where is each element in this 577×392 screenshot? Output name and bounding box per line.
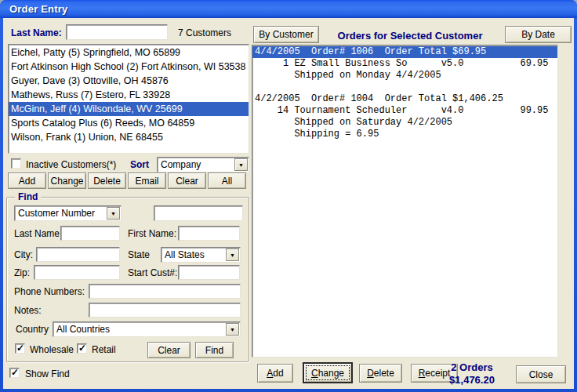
order-line[interactable]: Shipping = 6.95 — [252, 129, 557, 140]
customer-add-button[interactable]: Add — [8, 172, 46, 189]
find-last-name-input[interactable] — [60, 226, 120, 241]
title-bar[interactable]: Order Entry — [0, 0, 577, 18]
chevron-down-icon[interactable] — [226, 249, 239, 261]
order-line-selected[interactable]: 4/4/2005 Order# 1006 Order Total $69.95 — [252, 46, 557, 58]
customer-row[interactable]: Guyer, Dave (3) Ottoville, OH 45876 — [9, 74, 249, 88]
order-line[interactable]: 1 EZ Small Business So v5.0 69.95 — [252, 58, 557, 70]
find-state-label: State — [128, 249, 150, 260]
close-button[interactable]: Close — [516, 365, 566, 383]
sort-value: Company — [161, 159, 233, 170]
customer-row[interactable]: Sports Catalog Plus (6) Reeds, MO 64859 — [9, 116, 249, 130]
find-city-input[interactable] — [36, 247, 120, 262]
find-country-combobox[interactable]: All Countries — [53, 321, 241, 337]
find-city-label: City: — [14, 249, 33, 260]
find-notes-label: Notes: — [14, 305, 42, 316]
sort-combobox[interactable]: Company — [157, 157, 249, 172]
order-line[interactable]: 14 Tournament Scheduler v4.0 99.95 — [252, 105, 557, 117]
find-search-type-value: Customer Number — [18, 208, 105, 219]
orders-by-date-button[interactable]: By Date — [505, 26, 572, 43]
show-find-checkbox[interactable] — [9, 368, 20, 378]
find-state-value: All States — [165, 249, 224, 260]
customer-row[interactable]: Wilson, Frank (1) Union, NE 68455 — [9, 130, 249, 144]
orders-count: 2 Orders — [433, 361, 511, 374]
order-delete-button[interactable]: Delete — [359, 364, 402, 383]
customer-count: 7 Customers — [178, 27, 231, 38]
orders-panel-title: Orders for Selected Customer — [320, 30, 500, 42]
chevron-down-icon[interactable] — [107, 207, 120, 220]
order-line[interactable]: Shipped on Monday 4/4/2005 — [252, 70, 557, 82]
find-group-title: Find — [15, 191, 41, 202]
inactive-customers-label: Inactive Customers(*) — [26, 159, 116, 170]
orders-list: 4/4/2005 Order# 1006 Order Total $69.95 … — [252, 45, 558, 358]
last-name-search-input[interactable] — [66, 24, 168, 40]
customer-all-button[interactable]: All — [208, 172, 246, 189]
find-country-label: Country — [16, 324, 49, 335]
find-search-value-input[interactable] — [154, 205, 243, 221]
order-add-button[interactable]: Add — [257, 364, 293, 383]
window-title: Order Entry — [9, 3, 67, 15]
order-change-button[interactable]: Change — [303, 362, 353, 383]
order-entry-window: Order Entry Last Name: 7 Customers Eiche… — [0, 0, 577, 392]
customer-row[interactable]: Mathews, Russ (7) Estero, FL 33928 — [9, 88, 249, 102]
find-find-button[interactable]: Find — [195, 342, 234, 358]
order-line[interactable]: Shipped on Saturday 4/2/2005 — [252, 117, 557, 129]
find-start-cust-input[interactable] — [178, 265, 240, 280]
orders-by-customer-button[interactable]: By Customer — [253, 26, 319, 43]
find-phone-label: Phone Numbers: — [14, 286, 85, 297]
chevron-down-icon[interactable] — [234, 158, 248, 171]
customer-row[interactable]: Fort Atkinson High School (2) Fort Atkin… — [9, 60, 249, 74]
find-zip-input[interactable] — [34, 265, 120, 280]
customer-row[interactable]: Eichel, Patty (5) Springfield, MO 65899 — [9, 45, 249, 60]
order-line[interactable] — [252, 82, 557, 93]
customer-list: Eichel, Patty (5) Springfield, MO 65899 … — [8, 44, 249, 154]
orders-total-amount: $1,476.20 — [433, 374, 511, 387]
find-last-name-label: Last Name: — [14, 228, 62, 239]
find-phone-input[interactable] — [89, 284, 241, 299]
customer-delete-button[interactable]: Delete — [88, 172, 126, 189]
retail-checkbox[interactable] — [77, 343, 87, 354]
find-first-name-label: First Name: — [128, 228, 176, 239]
wholesale-label: Wholesale — [30, 344, 74, 355]
show-find-label: Show Find — [25, 368, 70, 379]
customer-row-selected[interactable]: McGinn, Jeff (4) Wilsondale, WV 25699 — [9, 102, 249, 116]
find-zip-label: Zip: — [14, 267, 30, 278]
orders-totals: 2 Orders $1,476.20 — [433, 361, 511, 387]
find-notes-input[interactable] — [89, 303, 241, 318]
retail-label: Retail — [92, 344, 116, 355]
customer-change-button[interactable]: Change — [48, 172, 86, 189]
inactive-customers-checkbox[interactable] — [11, 158, 21, 169]
wholesale-checkbox[interactable] — [15, 343, 25, 354]
sort-label: Sort — [130, 159, 149, 170]
customer-clear-button[interactable]: Clear — [168, 172, 206, 189]
find-country-value: All Countries — [56, 324, 224, 335]
find-first-name-input[interactable] — [178, 226, 240, 241]
customer-email-button[interactable]: Email — [128, 172, 166, 189]
find-clear-button[interactable]: Clear — [147, 342, 191, 358]
find-state-combobox[interactable]: All States — [161, 247, 241, 263]
last-name-search-label: Last Name: — [11, 27, 62, 38]
find-start-cust-label: Start Cust#: — [128, 267, 177, 278]
chevron-down-icon[interactable] — [226, 323, 239, 336]
find-search-type-combobox[interactable]: Customer Number — [14, 205, 122, 221]
order-line[interactable]: 4/2/2005 Order# 1004 Order Total $1,406.… — [252, 93, 557, 105]
